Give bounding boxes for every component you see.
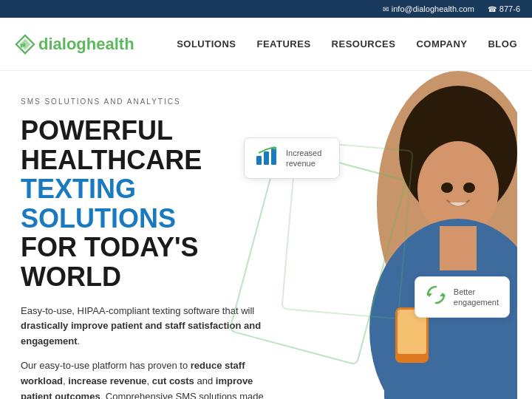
svg-point-17 bbox=[441, 183, 453, 193]
svg-text:⇄: ⇄ bbox=[20, 41, 26, 48]
hero-title-line2: TEXTING SOLUTIONS bbox=[21, 174, 176, 233]
email-icon: ✉ bbox=[383, 5, 389, 13]
logo-link[interactable]: ⇄ dialoghealth bbox=[15, 34, 134, 55]
hero-desc2: Our easy-to-use platform has proven to r… bbox=[21, 358, 272, 399]
card-engagement-sub: engagement bbox=[454, 297, 499, 307]
card-revenue-label: Increased bbox=[286, 148, 321, 158]
nav-company[interactable]: COMPANY bbox=[416, 38, 467, 50]
hero-desc1-suffix: . bbox=[78, 335, 81, 347]
header: ⇄ dialoghealth SOLUTIONS FEATURES RESOUR… bbox=[0, 18, 532, 71]
logo-icon: ⇄ bbox=[15, 34, 35, 55]
hero-desc1-bold: drastically improve patient and staff sa… bbox=[21, 320, 261, 347]
card-revenue-sub: revenue bbox=[286, 158, 321, 168]
card-engagement-label: Better bbox=[454, 287, 499, 297]
svg-rect-4 bbox=[264, 151, 269, 165]
chart-icon bbox=[255, 146, 279, 171]
logo-word2: health bbox=[86, 35, 134, 53]
nav-solutions[interactable]: SOLUTIONS bbox=[177, 38, 236, 50]
nav-features[interactable]: FEATURES bbox=[256, 38, 310, 50]
phone-text: 877-6 bbox=[499, 4, 520, 13]
hero-desc2-mid2: , bbox=[147, 375, 152, 386]
hero-content: SMS SOLUTIONS AND ANALYTICS POWERFUL HEA… bbox=[0, 71, 293, 399]
arrows-icon bbox=[426, 284, 446, 310]
svg-point-18 bbox=[463, 183, 475, 193]
hero-title-line3: FOR TODAY'S WORLD bbox=[21, 232, 199, 292]
hero-section: SMS SOLUTIONS AND ANALYTICS POWERFUL HEA… bbox=[0, 71, 532, 399]
phone-icon: ☎ bbox=[488, 5, 497, 13]
hero-desc1-prefix: Easy-to-use, HIPAA-compliant texting sof… bbox=[21, 305, 254, 316]
hero-title: POWERFUL HEALTHCARE TEXTING SOLUTIONS FO… bbox=[21, 116, 272, 292]
card-engagement: Better engagement bbox=[415, 276, 510, 318]
nav-blog[interactable]: BLOG bbox=[488, 38, 517, 50]
hero-title-line1: POWERFUL HEALTHCARE bbox=[21, 115, 202, 175]
email-bar-item[interactable]: ✉ info@dialoghealth.com bbox=[383, 4, 474, 13]
svg-rect-14 bbox=[440, 226, 477, 270]
email-text: info@dialoghealth.com bbox=[392, 4, 474, 13]
hero-desc2-bold3: cut costs bbox=[152, 375, 194, 386]
nav-resources[interactable]: RESOURCES bbox=[332, 38, 396, 50]
hero-desc2-mid3: and bbox=[194, 375, 216, 386]
card-engagement-text: Better engagement bbox=[454, 287, 499, 308]
main-nav: SOLUTIONS FEATURES RESOURCES COMPANY BLO… bbox=[177, 38, 517, 50]
svg-rect-3 bbox=[256, 156, 262, 165]
logo-text: dialoghealth bbox=[38, 35, 134, 54]
logo-word1: dialog bbox=[38, 35, 86, 53]
hero-desc2-prefix: Our easy-to-use platform has proven to bbox=[21, 360, 191, 371]
phone-bar-item[interactable]: ☎ 877-6 bbox=[488, 4, 520, 13]
card-revenue: Increased revenue bbox=[244, 137, 340, 179]
hero-subtitle: SMS SOLUTIONS AND ANALYTICS bbox=[21, 98, 272, 106]
hero-desc2-bold2: increase revenue bbox=[68, 375, 146, 386]
card-revenue-text: Increased revenue bbox=[286, 148, 321, 169]
top-bar: ✉ info@dialoghealth.com ☎ 877-6 bbox=[0, 0, 532, 18]
